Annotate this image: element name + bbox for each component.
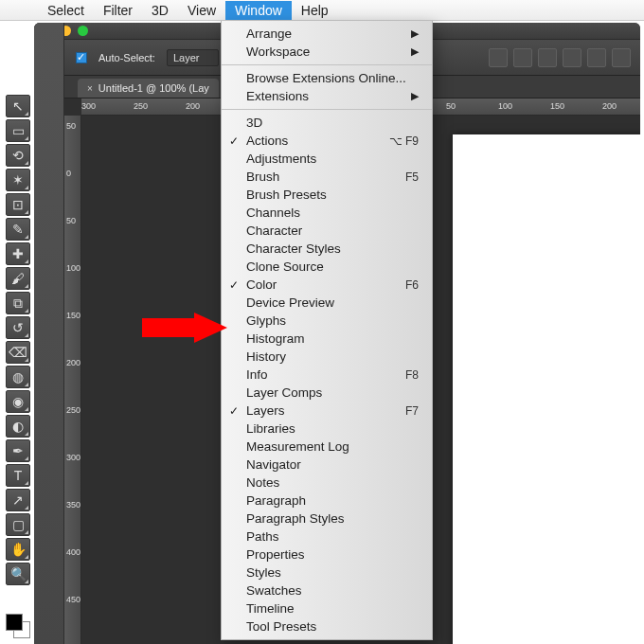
menu-view[interactable]: View xyxy=(178,1,225,20)
menu-item-3d[interactable]: 3D xyxy=(222,114,432,132)
tool-dodge[interactable]: ◐ xyxy=(6,415,30,438)
menu-window[interactable]: Window xyxy=(225,1,292,20)
menu-3d[interactable]: 3D xyxy=(142,1,178,20)
ruler-v-tick: 50 xyxy=(66,121,76,131)
tool-pen[interactable]: ✒ xyxy=(6,439,30,462)
menu-item-workspace[interactable]: Workspace▶ xyxy=(222,43,432,61)
ruler-h-tick: 200 xyxy=(186,101,200,111)
tool-zoom[interactable]: 🔍 xyxy=(6,563,30,585)
menu-shortcut: F7 xyxy=(405,404,419,418)
menu-item-browse-extensions-online-[interactable]: Browse Extensions Online... xyxy=(222,69,432,87)
menu-item-label: Browse Extensions Online... xyxy=(246,71,406,85)
menu-item-styles[interactable]: Styles xyxy=(222,564,432,581)
menu-item-brush-presets[interactable]: Brush Presets xyxy=(222,186,432,204)
menu-item-notes[interactable]: Notes xyxy=(222,474,432,492)
tool-lasso[interactable]: ⟲ xyxy=(6,144,30,167)
menu-item-histogram[interactable]: Histogram xyxy=(222,330,432,348)
menu-item-label: Info xyxy=(246,367,268,382)
menu-item-brush[interactable]: BrushF5 xyxy=(222,168,432,186)
auto-select-target-select[interactable]: Layer xyxy=(167,49,220,66)
ruler-v-tick: 300 xyxy=(66,453,80,462)
auto-select-checkbox[interactable] xyxy=(76,52,87,63)
tool-shape[interactable]: ▢ xyxy=(6,513,30,536)
menu-item-actions[interactable]: ✓Actions⌥ F9 xyxy=(222,132,432,150)
document-tab-title: Untitled-1 @ 100% (Lay xyxy=(98,82,209,94)
menu-item-swatches[interactable]: Swatches xyxy=(222,581,432,599)
ruler-h-tick: 300 xyxy=(81,101,96,111)
tool-blur[interactable]: ◉ xyxy=(6,390,30,413)
window-zoom-button[interactable] xyxy=(78,26,88,36)
menu-item-character[interactable]: Character xyxy=(222,222,432,240)
ruler-v-tick: 50 xyxy=(66,216,76,225)
tool-column-bg xyxy=(34,23,64,644)
foreground-color-swatch[interactable] xyxy=(6,614,23,631)
menu-item-navigator[interactable]: Navigator xyxy=(222,456,432,474)
tool-eraser[interactable]: ⌫ xyxy=(6,341,30,364)
menu-item-paragraph-styles[interactable]: Paragraph Styles xyxy=(222,510,432,528)
menu-separator xyxy=(222,109,432,110)
menu-item-timeline[interactable]: Timeline xyxy=(222,599,432,617)
menu-item-extensions[interactable]: Extensions▶ xyxy=(222,87,432,105)
tool-history-brush[interactable]: ↺ xyxy=(6,316,30,339)
menu-item-label: Brush Presets xyxy=(246,188,327,202)
tool-heal[interactable]: ✚ xyxy=(6,242,30,265)
menu-item-info[interactable]: InfoF8 xyxy=(222,366,432,384)
document-tab[interactable]: × Untitled-1 @ 100% (Lay xyxy=(78,79,219,98)
tool-paint-bucket[interactable]: ◍ xyxy=(6,366,30,388)
align-button-4[interactable] xyxy=(563,48,581,67)
menu-item-label: Paragraph Styles xyxy=(246,511,345,526)
menu-item-label: Color xyxy=(246,277,277,292)
tools-palette: ↖▭⟲✶⊡✎✚🖌⧉↺⌫◍◉◐✒T↗▢✋🔍 xyxy=(6,95,32,585)
menu-item-label: Styles xyxy=(246,565,281,580)
menu-item-tool-presets[interactable]: Tool Presets xyxy=(222,617,432,635)
menu-help[interactable]: Help xyxy=(292,1,338,20)
menu-item-measurement-log[interactable]: Measurement Log xyxy=(222,438,432,456)
menu-item-channels[interactable]: Channels xyxy=(222,204,432,222)
align-button-1[interactable] xyxy=(489,48,508,67)
menu-item-layers[interactable]: ✓LayersF7 xyxy=(222,402,432,420)
tool-eyedropper[interactable]: ✎ xyxy=(6,218,30,241)
menu-item-device-preview[interactable]: Device Preview xyxy=(222,294,432,312)
canvas[interactable] xyxy=(453,134,640,644)
menu-item-label: Paths xyxy=(246,529,279,544)
tool-stamp[interactable]: ⧉ xyxy=(6,292,30,314)
menu-filter[interactable]: Filter xyxy=(94,1,142,20)
menu-item-paths[interactable]: Paths xyxy=(222,528,432,546)
tool-brush[interactable]: 🖌 xyxy=(6,267,30,290)
menu-item-properties[interactable]: Properties xyxy=(222,546,432,564)
menu-item-label: Paragraph xyxy=(246,493,306,508)
tool-move[interactable]: ↖ xyxy=(6,95,30,117)
menu-item-character-styles[interactable]: Character Styles xyxy=(222,240,432,258)
align-button-5[interactable] xyxy=(587,48,606,67)
tool-path-select[interactable]: ↗ xyxy=(6,489,30,511)
menu-select[interactable]: Select xyxy=(38,1,94,20)
menu-item-adjustments[interactable]: Adjustments xyxy=(222,150,432,168)
ruler-h-tick: 250 xyxy=(134,101,148,111)
align-button-6[interactable] xyxy=(612,48,631,67)
ruler-v-tick: 350 xyxy=(66,500,80,510)
menu-item-label: Channels xyxy=(246,206,300,220)
tool-wand[interactable]: ✶ xyxy=(6,169,30,191)
align-button-3[interactable] xyxy=(538,48,557,67)
menu-item-label: Adjustments xyxy=(246,152,316,166)
tool-type[interactable]: T xyxy=(6,464,30,487)
menu-item-history[interactable]: History xyxy=(222,348,432,366)
menu-item-color[interactable]: ✓ColorF6 xyxy=(222,276,432,294)
menu-item-glyphs[interactable]: Glyphs xyxy=(222,312,432,330)
ruler-v-tick: 0 xyxy=(66,169,71,178)
menu-item-label: Measurement Log xyxy=(246,439,349,454)
close-icon[interactable]: × xyxy=(87,83,93,94)
menu-item-layer-comps[interactable]: Layer Comps xyxy=(222,384,432,402)
menu-item-label: Extensions xyxy=(246,89,309,103)
menu-item-clone-source[interactable]: Clone Source xyxy=(222,258,432,276)
align-button-2[interactable] xyxy=(513,48,532,67)
menu-item-label: Notes xyxy=(246,475,279,490)
menu-item-arrange[interactable]: Arrange▶ xyxy=(222,25,432,43)
menu-item-libraries[interactable]: Libraries xyxy=(222,420,432,438)
tool-marquee[interactable]: ▭ xyxy=(6,119,30,142)
menu-item-paragraph[interactable]: Paragraph xyxy=(222,492,432,510)
menu-item-label: Arrange xyxy=(246,27,292,41)
tool-hand[interactable]: ✋ xyxy=(6,538,30,561)
color-swatches[interactable] xyxy=(6,614,30,638)
tool-crop[interactable]: ⊡ xyxy=(6,193,30,216)
